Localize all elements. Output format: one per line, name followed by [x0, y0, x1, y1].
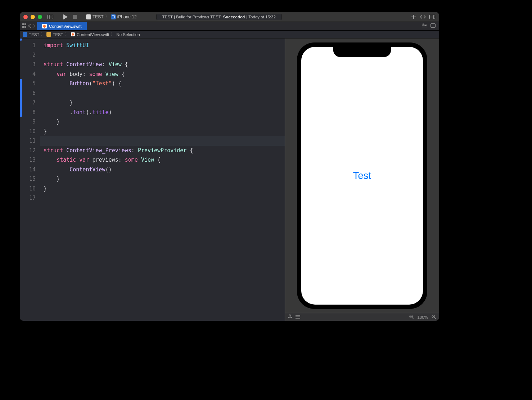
code-line[interactable]: } [40, 174, 285, 184]
add-editor-icon[interactable] [430, 23, 436, 29]
chevron-right-icon: 〉 [105, 14, 109, 20]
stop-button[interactable] [72, 14, 78, 20]
code-line[interactable]: import SwiftUI [40, 41, 285, 50]
main-split: 1234567891011121314151617 import SwiftUI… [20, 39, 439, 321]
svg-line-23 [412, 318, 414, 319]
line-number: 1 [22, 41, 40, 50]
preview-button-test[interactable]: Test [353, 170, 371, 181]
code-line[interactable] [40, 136, 285, 146]
svg-rect-11 [24, 26, 26, 28]
code-line[interactable]: struct ContentView: View { [40, 60, 285, 69]
change-indicator [20, 79, 22, 117]
device-icon [111, 14, 116, 19]
line-number: 13 [22, 155, 40, 165]
jump-bar[interactable]: TEST 〉 TEST 〉 ContentView.swift 〉 No Sel… [20, 31, 439, 39]
activity-status: Succeeded [223, 15, 245, 19]
code-line[interactable]: } [40, 127, 285, 136]
zoom-level[interactable]: 100% [418, 315, 428, 319]
line-number: 2 [22, 50, 40, 60]
tab-contentview[interactable]: ContentView.swift [37, 22, 87, 30]
tab-bar: ContentView.swift [20, 22, 439, 31]
code-line[interactable]: ContentView() [40, 165, 285, 175]
svg-rect-0 [48, 15, 53, 19]
activity-time: | Today at 15:32 [246, 15, 275, 19]
code-review-button[interactable] [420, 14, 426, 20]
code-area[interactable]: import SwiftUI struct ContentView: View … [40, 39, 285, 321]
preview-panel: Test 100% [285, 39, 439, 321]
code-line[interactable] [40, 50, 285, 60]
toggle-inspector-icon[interactable] [429, 14, 436, 20]
preview-canvas[interactable]: Test [285, 39, 439, 313]
zoom-out-button[interactable] [409, 315, 414, 319]
line-number: 16 [22, 184, 40, 194]
device-screen[interactable]: Test [301, 47, 423, 305]
code-line[interactable] [40, 89, 285, 98]
preview-options-icon[interactable] [296, 315, 300, 319]
path-project[interactable]: TEST [29, 32, 39, 37]
line-number-gutter: 1234567891011121314151617 [22, 39, 40, 321]
project-icon [23, 32, 27, 37]
adjust-editor-options-icon[interactable] [422, 23, 427, 29]
line-number: 5 [22, 79, 40, 89]
scheme-selector[interactable]: TEST 〉 iPhone 12 [86, 14, 137, 20]
line-number: 7 [22, 98, 40, 108]
device-notch [333, 47, 391, 57]
jump-controls [20, 22, 37, 30]
svg-rect-6 [430, 15, 435, 19]
path-selection[interactable]: No Selection [116, 32, 140, 37]
path-file[interactable]: ContentView.swift [77, 32, 109, 37]
line-number: 14 [22, 165, 40, 175]
path-folder[interactable]: TEST [53, 32, 63, 37]
code-line[interactable]: static var previews: some View { [40, 155, 285, 165]
code-line[interactable]: } [40, 117, 285, 127]
device-name: iPhone 12 [117, 14, 137, 19]
swift-file-icon [42, 24, 47, 28]
change-bar-gutter [20, 39, 22, 321]
code-line[interactable]: } [40, 184, 285, 194]
library-button[interactable] [410, 14, 417, 20]
zoom-window-button[interactable] [38, 15, 42, 19]
code-line[interactable]: var body: some View { [40, 69, 285, 79]
code-line[interactable] [40, 193, 285, 203]
close-window-button[interactable] [23, 15, 28, 19]
swift-file-icon [71, 32, 75, 36]
tab-filename: ContentView.swift [49, 24, 82, 28]
minimize-window-button[interactable] [31, 15, 35, 19]
activity-view[interactable]: TEST | Build for Previews TEST: Succeede… [156, 14, 282, 20]
line-number: 10 [22, 127, 40, 136]
svg-rect-8 [22, 23, 24, 25]
chevron-right-icon: 〉 [65, 32, 69, 37]
run-button[interactable] [62, 14, 69, 20]
svg-rect-16 [425, 25, 426, 26]
code-line[interactable]: .font(.title) [40, 108, 285, 117]
code-line[interactable]: struct ContentView_Previews: PreviewProv… [40, 146, 285, 156]
chevron-right-icon: 〉 [41, 32, 45, 37]
code-editor[interactable]: 1234567891011121314151617 import SwiftUI… [20, 39, 285, 321]
pin-preview-icon[interactable] [288, 314, 292, 320]
svg-rect-15 [423, 24, 424, 25]
change-indicator [20, 39, 22, 41]
back-button[interactable] [28, 24, 31, 29]
preview-toolbar: 100% [285, 313, 439, 321]
window-controls [23, 15, 42, 19]
line-number: 6 [22, 89, 40, 98]
svg-line-26 [434, 318, 436, 319]
zoom-in-button[interactable] [432, 315, 436, 319]
line-number: 12 [22, 146, 40, 156]
code-line[interactable]: Button("Test") { [40, 79, 285, 89]
device-frame: Test [297, 42, 427, 309]
line-number: 15 [22, 174, 40, 184]
code-line[interactable]: } [40, 98, 285, 108]
activity-prefix: TEST | Build for Previews TEST: [162, 15, 222, 19]
toggle-navigator-icon[interactable] [47, 14, 54, 20]
line-number: 9 [22, 117, 40, 127]
svg-rect-9 [24, 23, 26, 25]
related-items-icon[interactable] [22, 23, 27, 29]
line-number: 8 [22, 108, 40, 117]
svg-marker-2 [63, 14, 68, 19]
line-number: 17 [22, 193, 40, 203]
line-number: 3 [22, 60, 40, 69]
forward-button[interactable] [32, 24, 35, 29]
line-number: 11 [22, 136, 40, 146]
toolbar: TEST 〉 iPhone 12 TEST | Build for Previe… [20, 12, 439, 22]
